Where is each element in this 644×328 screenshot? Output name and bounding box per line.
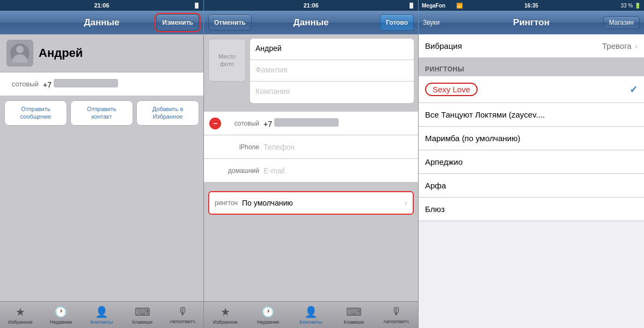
add-favorite-button[interactable]: Добавить в Избранное [136,100,199,126]
ringtone-name-2: Маримба (по умолчанию) [425,134,638,143]
spacer-2 [204,219,418,301]
phone-row[interactable]: сотовый +7 [0,72,203,96]
avatar-placeholder-icon [10,43,30,63]
phone-edit-prefix: +7 [264,120,272,128]
tab-vm-label-2: Автоответч. [383,319,409,324]
star-icon-2: ★ [221,305,230,318]
ringtone-row[interactable]: рингтон По умолчанию › [208,191,414,215]
selected-oval: Sexy Love [425,83,478,96]
ringtones-section-header: Рингтоны [419,62,644,76]
panel-ringtone-view: MegaFon 📶 16:35 33 % 🔋 Рингтон Звуки Маг… [419,0,644,328]
tab-bar-1: ★ Избранное 🕐 Недавние 👤 Контакты ⌨ Клав… [0,301,203,328]
nav-bar-2: Данные Отменить Готово [204,11,418,34]
tab-favorites-label-1: Избранное [8,319,33,325]
tab-bar-2: ★ Избранное 🕐 Недавние 👤 Контакты ⌨ Клав… [204,301,418,328]
vibration-row[interactable]: Вибрация Тревога › [419,34,644,58]
tab-con-label-2: Контакты [299,319,322,325]
nav-bar-1: Данные Изменить [0,11,203,34]
minus-button[interactable]: − [209,118,221,129]
status-bar-2: 21:06 ▐▌ [204,0,418,11]
voicemail-icon-1: 🎙 [178,305,188,318]
phone-edit-row[interactable]: − сотовый +7 [204,112,418,135]
tab-key-label-2: Клавиши [344,319,364,325]
tab-favorites-2[interactable]: ★ Избранное [204,305,247,325]
ringtone-item-2[interactable]: Маримба (по умолчанию) [419,127,644,150]
ringtones-header-gap [419,58,644,62]
nav-title-2: Данные [293,17,328,28]
send-contact-button[interactable]: Отправить контакт [70,100,133,126]
ringtone-item-3[interactable]: Арпеджио [419,150,644,174]
ringtone-item-sexy-love[interactable]: Sexy Love ✓ [419,76,644,103]
photo-name-row: Место фото Андрей Фамилия Компания [204,34,418,107]
section-gap-2 [204,183,418,187]
name-fields: Андрей Фамилия Компания [250,39,414,103]
email-label: домашний [224,167,259,174]
carrier-label: MegaFon [422,3,445,9]
voicemail-icon-2: 🎙 [391,305,402,318]
tab-voicemail-1[interactable]: 🎙 Автоответч. [163,305,203,324]
contact-header: Андрей [0,34,203,72]
status-icons-right-2: ▐▌ [408,3,415,8]
clock-icon-1: 🕐 [54,305,68,318]
iphone-row[interactable]: iPhone Телефон [204,135,418,159]
vibration-chevron-icon: › [635,41,638,51]
tab-rec-label-2: Недавние [257,319,279,325]
panel-contacts-view: 21:06 ▐▌ Данные Изменить Андрей сотовый … [0,0,204,328]
send-message-button[interactable]: Отправить сообщение [4,100,67,126]
battery-icon-2: ▐▌ [408,3,415,8]
ringtone-name-5: Блюз [425,205,638,214]
ringtone-list: Вибрация Тревога › Рингтоны Sexy Love ✓ … [419,34,644,328]
tab-voicemail-2[interactable]: 🎙 Автоответч. [375,305,418,324]
nav-title-1: Данные [84,17,119,28]
ringtone-chevron-icon: › [405,198,407,208]
status-bar-1: 21:06 ▐▌ [0,0,203,11]
ringtone-item-5[interactable]: Блюз [419,198,644,221]
ringtone-value: По умолчанию [242,199,405,207]
ringtone-item-1[interactable]: Все Танцуют Локтями (zaycev.... [419,103,644,127]
phone-label: сотовый [6,80,39,88]
ringtone-item-4[interactable]: Арфа [419,174,644,198]
company-field[interactable]: Компания [250,82,414,103]
person-icon-1: 👤 [95,305,108,318]
tab-voicemail-label-1: Автоответч. [170,319,196,324]
tab-recents-1[interactable]: 🕐 Недавние [41,305,82,325]
email-row[interactable]: домашний E-mail [204,159,418,183]
edit-button[interactable]: Изменить [156,14,199,31]
email-placeholder[interactable]: E-mail [264,166,413,175]
tab-contacts-1[interactable]: 👤 Контакты [82,305,122,325]
panel-edit-view: 21:06 ▐▌ Данные Отменить Готово Место фо… [204,0,419,328]
section-gap-1 [204,107,418,112]
contact-name: Андрей [39,46,83,60]
tab-fav-label-2: Избранное [213,319,238,325]
tab-recents-2[interactable]: 🕐 Недавние [247,305,290,325]
keypad-icon-1: ⌨ [135,305,150,318]
status-bar-3: MegaFon 📶 16:35 33 % 🔋 [419,0,644,11]
last-name-field[interactable]: Фамилия [250,60,414,82]
ringtone-name-1: Все Танцуют Локтями (zaycev.... [425,110,638,119]
phone-value: +7 [43,79,197,89]
status-time-2: 21:06 [303,2,318,9]
cancel-button[interactable]: Отменить [208,14,252,31]
tab-contacts-label-1: Контакты [90,319,113,325]
store-button[interactable]: Магазин [603,16,640,29]
first-name-field[interactable]: Андрей [250,39,414,60]
photo-placeholder[interactable]: Место фото [208,39,246,82]
clock-icon-2: 🕐 [261,305,275,318]
vibration-value: Тревога [602,41,632,50]
iphone-placeholder[interactable]: Телефон [264,143,413,151]
sounds-button[interactable]: Звуки [423,19,440,26]
status-time-1: 21:06 [94,2,109,9]
status-time-3: 16:35 [524,3,538,9]
tab-keypad-label-1: Клавиши [133,319,153,325]
done-button[interactable]: Готово [380,14,414,31]
phone-edit-value: +7 [264,118,413,128]
nav-bar-3: Рингтон Звуки Магазин [419,11,644,34]
nav-title-3: Рингтон [513,17,550,28]
tab-favorites-1[interactable]: ★ Избранное [0,305,41,325]
tab-keypad-2[interactable]: ⌨ Клавиши [332,305,375,325]
ringtone-name-sexy-love: Sexy Love [425,83,630,96]
battery-3: 33 % 🔋 [620,3,641,9]
ringtone-label: рингтон [215,199,238,207]
tab-keypad-1[interactable]: ⌨ Клавиши [122,305,163,325]
tab-contacts-2[interactable]: 👤 Контакты [290,305,333,325]
